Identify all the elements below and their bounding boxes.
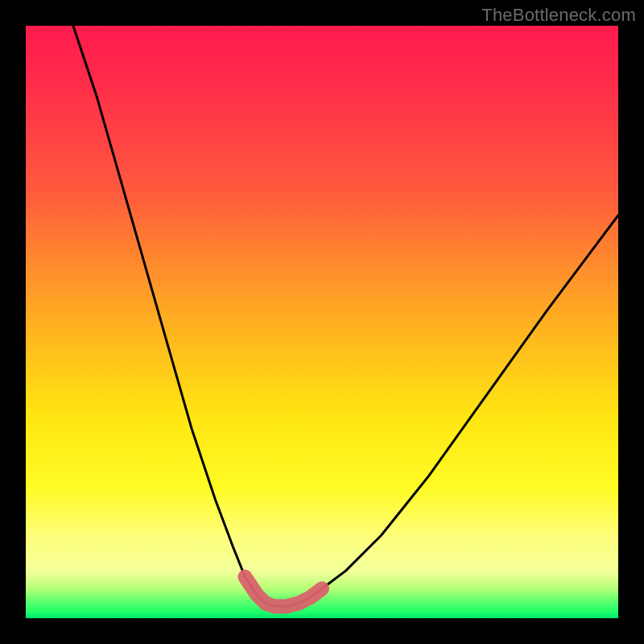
- chart-frame: TheBottleneck.com: [0, 0, 644, 644]
- watermark-text: TheBottleneck.com: [481, 5, 636, 26]
- bottleneck-curve: [73, 26, 618, 606]
- curve-layer: [26, 26, 618, 618]
- min-region-marker: [245, 577, 322, 607]
- plot-area: [26, 26, 618, 618]
